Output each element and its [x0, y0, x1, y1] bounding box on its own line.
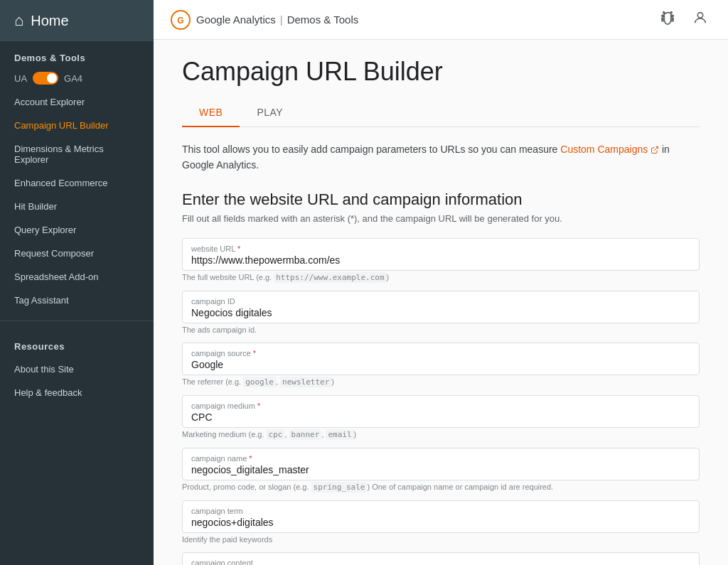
brand-divider: |	[280, 14, 283, 26]
sidebar-item-help-feedback[interactable]: Help & feedback	[0, 381, 154, 404]
tool-description: This tool allows you to easily add campa…	[182, 141, 700, 173]
topbar: G Google Analytics | Demos & Tools	[154, 0, 728, 40]
campaign-source-input[interactable]	[191, 359, 690, 370]
sidebar-item-request-composer[interactable]: Request Composer	[0, 242, 154, 265]
field-hint-campaign-term: Identify the paid keywords	[182, 535, 700, 544]
sidebar-item-spreadsheet-add-on[interactable]: Spreadsheet Add-on	[0, 265, 154, 289]
sidebar-home-label: Home	[31, 13, 68, 29]
topbar-right	[657, 7, 711, 32]
main-content: G Google Analytics | Demos & Tools	[154, 0, 728, 565]
field-hint-website-url: The full website URL (e.g. https://www.e…	[182, 273, 700, 282]
ua-label: UA	[14, 73, 27, 84]
field-label-campaign-name: campaign name	[191, 454, 690, 463]
field-group-website-url: website URL The full website URL (e.g. h…	[182, 238, 700, 282]
field-group-campaign-medium: campaign medium Marketing medium (e.g. c…	[182, 395, 700, 439]
field-hint-campaign-medium: Marketing medium (e.g. cpc, banner, emai…	[182, 430, 700, 439]
field-wrapper-campaign-medium: campaign medium	[182, 395, 700, 428]
sidebar-nav: Account Explorer Campaign URL Builder Di…	[0, 90, 154, 312]
sidebar-item-enhanced-ecommerce[interactable]: Enhanced Ecommerce	[0, 171, 154, 195]
field-group-campaign-content: campaign content Use to differentiate ad…	[182, 552, 700, 565]
sidebar-home-link[interactable]: ⌂ Home	[0, 0, 154, 41]
form-section-subtitle: Fill out all fields marked with an aster…	[182, 213, 700, 224]
sidebar-demos-tools-title: Demos & Tools	[0, 41, 154, 69]
sidebar-resources-title: Resources	[0, 330, 154, 357]
ga-logo: G	[171, 10, 191, 30]
topbar-left: G Google Analytics | Demos & Tools	[171, 10, 358, 30]
campaign-name-input[interactable]	[191, 464, 690, 475]
field-label-website-url: website URL	[191, 244, 690, 253]
svg-line-3	[654, 147, 658, 151]
topbar-brand: Google Analytics | Demos & Tools	[196, 14, 358, 26]
field-group-campaign-id: campaign ID The ads campaign id.	[182, 291, 700, 334]
field-label-campaign-source: campaign source	[191, 349, 690, 357]
field-hint-campaign-id: The ads campaign id.	[182, 325, 700, 334]
field-group-campaign-name: campaign name Product, promo code, or sl…	[182, 448, 700, 492]
description-text-1: This tool allows you to easily add campa…	[182, 144, 560, 155]
sidebar-item-campaign-url-builder[interactable]: Campaign URL Builder	[0, 114, 154, 137]
sidebar-divider	[0, 321, 154, 321]
tab-web[interactable]: WEB	[182, 98, 240, 127]
campaign-term-input[interactable]	[191, 517, 690, 528]
sidebar-toggle-row: UA GA4	[0, 69, 154, 90]
form-section-title: Enter the website URL and campaign infor…	[182, 190, 700, 209]
field-wrapper-campaign-source: campaign source	[182, 343, 700, 375]
ga4-label: GA4	[64, 73, 82, 84]
field-hint-campaign-source: The referrer (e.g. google, newsletter)	[182, 377, 700, 387]
tab-play[interactable]: PLAY	[240, 98, 300, 127]
field-label-campaign-id: campaign ID	[191, 297, 690, 306]
svg-point-2	[697, 13, 702, 18]
field-wrapper-campaign-id: campaign ID	[182, 291, 700, 323]
field-hint-campaign-name: Product, promo code, or slogan (e.g. spr…	[182, 483, 700, 492]
ua-ga4-toggle[interactable]	[33, 72, 58, 85]
svg-text:G: G	[177, 16, 183, 26]
sidebar-item-about-site[interactable]: About this Site	[0, 357, 154, 381]
bug-icon[interactable]	[657, 7, 678, 32]
page-content: Campaign URL Builder WEB PLAY This tool …	[154, 40, 728, 565]
home-icon: ⌂	[14, 11, 23, 30]
page-title: Campaign URL Builder	[182, 57, 700, 87]
brand-name: Google Analytics	[196, 14, 276, 26]
tabs: WEB PLAY	[182, 98, 700, 127]
field-group-campaign-source: campaign source The referrer (e.g. googl…	[182, 343, 700, 387]
sidebar-item-tag-assistant[interactable]: Tag Assistant	[0, 289, 154, 312]
field-group-campaign-term: campaign term Identify the paid keywords	[182, 500, 700, 544]
sidebar: ⌂ Home Demos & Tools UA GA4 Account Expl…	[0, 0, 154, 565]
field-wrapper-campaign-name: campaign name	[182, 448, 700, 480]
website-url-input[interactable]	[191, 254, 690, 266]
sidebar-item-hit-builder[interactable]: Hit Builder	[0, 195, 154, 218]
field-wrapper-campaign-term: campaign term	[182, 500, 700, 533]
field-label-campaign-term: campaign term	[191, 507, 690, 515]
field-wrapper-campaign-content: campaign content	[182, 552, 700, 565]
user-icon[interactable]	[690, 7, 711, 32]
field-label-campaign-content: campaign content	[191, 559, 690, 565]
sidebar-item-dimensions-metrics[interactable]: Dimensions & Metrics Explorer	[0, 137, 154, 171]
field-wrapper-website-url: website URL	[182, 238, 700, 271]
sidebar-item-query-explorer[interactable]: Query Explorer	[0, 218, 154, 242]
campaign-id-input[interactable]	[191, 307, 690, 318]
custom-campaigns-link[interactable]: Custom Campaigns	[560, 144, 659, 155]
field-label-campaign-medium: campaign medium	[191, 402, 690, 410]
brand-demos: Demos & Tools	[287, 14, 359, 26]
sidebar-item-account-explorer[interactable]: Account Explorer	[0, 90, 154, 114]
campaign-medium-input[interactable]	[191, 411, 690, 423]
